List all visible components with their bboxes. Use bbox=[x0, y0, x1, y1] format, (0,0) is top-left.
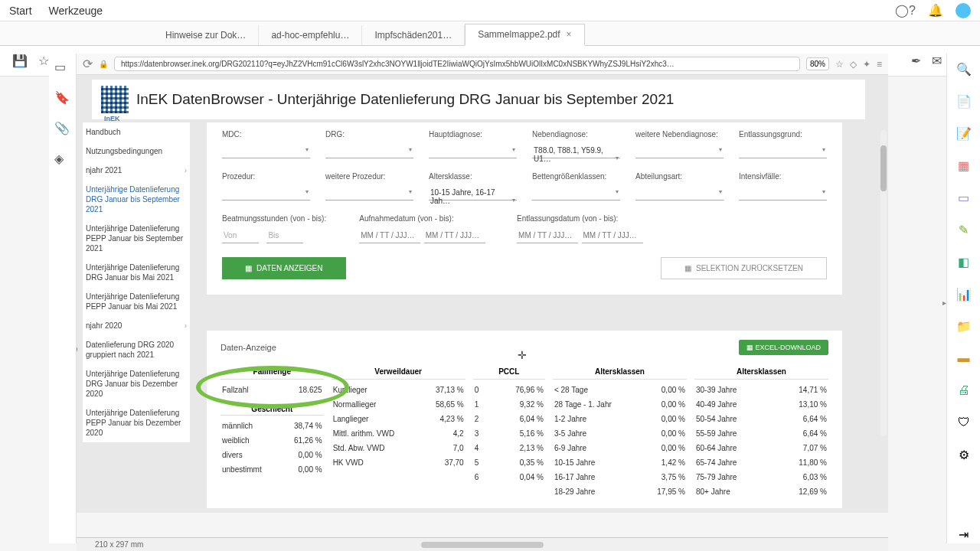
nav-back-icon[interactable]: ⟳ bbox=[83, 57, 93, 71]
right-collapse-handle[interactable]: ▸ bbox=[942, 298, 946, 307]
sparkle-icon[interactable]: ✦ bbox=[863, 59, 871, 70]
filter-dropdown[interactable] bbox=[739, 185, 827, 201]
table-row: 60-64 Jahre7,07 % bbox=[694, 441, 828, 455]
right-panel-toolbar: 🔍 📄 📝 ▦ ▭ ✎ ◧ 📊 📁 ▬ 🖨 🛡 ⚙ ⇥ bbox=[946, 54, 980, 543]
filter-dropdown[interactable]: 10-15 Jahre, 16-17 Jah… bbox=[429, 185, 517, 201]
attachment-icon[interactable]: 📎 bbox=[54, 121, 71, 138]
filter-dropdown[interactable] bbox=[532, 185, 620, 201]
bookmark-star-icon[interactable]: ☆ bbox=[835, 59, 844, 70]
more-tools-icon[interactable]: ◧ bbox=[955, 253, 973, 271]
layers-icon[interactable]: ◈ bbox=[54, 152, 71, 168]
help-icon[interactable]: ◯? bbox=[895, 3, 916, 18]
signature-icon[interactable]: ✒ bbox=[911, 54, 921, 68]
menu-tools[interactable]: Werkzeuge bbox=[49, 5, 103, 17]
nav-jahr-2021[interactable]: njahr 2021 bbox=[83, 161, 190, 180]
thumbnails-icon[interactable]: ▭ bbox=[54, 60, 71, 77]
table-row: 1-2 Jahre0,00 % bbox=[553, 412, 687, 426]
organize-icon[interactable]: ▦ bbox=[955, 156, 973, 174]
convert-icon[interactable]: 📊 bbox=[955, 285, 973, 303]
filter-dropdown[interactable] bbox=[222, 185, 310, 201]
document-tabs: Hinweise zur Dok… ad-hoc-empfehlu… Impfs… bbox=[0, 21, 980, 46]
entlassung-von[interactable]: MM / TT / JJJ… bbox=[517, 228, 578, 243]
filter-label: Abteilungsart: bbox=[635, 172, 724, 181]
filter-dropdown[interactable] bbox=[635, 143, 724, 158]
reset-selection-button[interactable]: ▦ SELEKTION ZURÜCKSETZEN bbox=[661, 257, 827, 279]
protect-icon[interactable]: 🛡 bbox=[955, 413, 973, 432]
tab-1[interactable]: ad-hoc-empfehlu… bbox=[259, 25, 362, 45]
edit-pdf-icon[interactable]: 📝 bbox=[955, 124, 973, 142]
nav-drg-dez-2020[interactable]: Unterjährige Datenlieferung DRG Januar b… bbox=[83, 364, 190, 403]
col-alter2: Altersklassen bbox=[694, 364, 828, 380]
zoom-icon[interactable]: 🔍 bbox=[955, 60, 973, 78]
nav-handbuch[interactable]: Handbuch bbox=[83, 122, 190, 142]
nav-pepp-sep-2021[interactable]: Unterjährige Datenlieferung PEPP Januar … bbox=[83, 219, 190, 258]
entlassung-label: Entlassungsdatum (von - bis): bbox=[517, 214, 659, 223]
filter-dropdown[interactable] bbox=[222, 143, 310, 158]
star-icon[interactable]: ☆ bbox=[38, 54, 49, 68]
compress-icon[interactable]: ▬ bbox=[955, 349, 973, 367]
table-row: 19,32 % bbox=[473, 397, 545, 412]
table-row: 60,04 % bbox=[473, 470, 545, 484]
combine-icon[interactable]: 📁 bbox=[955, 317, 973, 335]
filter-dropdown[interactable] bbox=[739, 143, 827, 158]
table-row: 30-39 Jahre14,71 % bbox=[694, 383, 828, 397]
tab-3[interactable]: Sammelmappe2.pdf× bbox=[465, 24, 584, 46]
inek-logo-text: InEK bbox=[104, 115, 120, 122]
filter-dropdown[interactable]: T88.0, T88.1, Y59.9, U1… bbox=[532, 143, 620, 158]
content-scrollbar[interactable] bbox=[880, 130, 887, 436]
nav-drg-sep-2021[interactable]: Unterjährige Datenlieferung DRG Januar b… bbox=[83, 180, 190, 219]
nav-pepp-mai-2021[interactable]: Unterjährige Datenlieferung PEPP Januar … bbox=[83, 287, 190, 316]
table-row: 076,96 % bbox=[473, 383, 545, 397]
filter-dropdown[interactable] bbox=[635, 185, 724, 201]
table-row: 65-74 Jahre11,80 % bbox=[694, 455, 828, 470]
zoom-level[interactable]: 80% bbox=[806, 57, 829, 70]
comment-tool-icon[interactable]: ▭ bbox=[955, 188, 973, 207]
bell-icon[interactable]: 🔔 bbox=[928, 3, 943, 18]
tab-0[interactable]: Hinweise zur Dok… bbox=[153, 25, 259, 45]
table-row: 28 Tage - 1. Jahr0,00 % bbox=[553, 397, 687, 412]
nav-drg-mai-2021[interactable]: Unterjährige Datenlieferung DRG Januar b… bbox=[83, 258, 190, 287]
close-icon[interactable]: × bbox=[567, 29, 572, 40]
table-row: 40-49 Jahre13,10 % bbox=[694, 397, 828, 412]
expand-icon[interactable]: ⇥ bbox=[955, 525, 973, 543]
hamburger-icon[interactable]: ≡ bbox=[877, 59, 882, 70]
beatmung-von[interactable]: Von bbox=[222, 228, 259, 243]
url-bar[interactable]: https://datenbrowser.inek.org/DRG202110?… bbox=[114, 57, 800, 71]
entlassung-bis[interactable]: MM / TT / JJJ… bbox=[582, 228, 643, 243]
filter-dropdown[interactable] bbox=[325, 185, 413, 201]
save-icon[interactable]: 💾 bbox=[12, 54, 28, 68]
nav-jahr-2020[interactable]: njahr 2020 bbox=[83, 316, 190, 335]
export-pdf-icon[interactable]: 📄 bbox=[955, 92, 973, 110]
mail-icon[interactable]: ✉ bbox=[932, 54, 942, 68]
horizontal-scrollbar[interactable] bbox=[421, 542, 544, 548]
settings-icon[interactable]: ⚙ bbox=[955, 445, 973, 464]
bookmark-icon[interactable]: 🔖 bbox=[54, 90, 71, 107]
menu-start[interactable]: Start bbox=[9, 5, 32, 17]
nav-nutzung[interactable]: Nutzungsbedingungen bbox=[83, 142, 190, 161]
left-collapse-handle[interactable]: ◂ bbox=[77, 344, 77, 353]
table-row: Normallieger58,65 % bbox=[332, 397, 466, 412]
beatmung-bis[interactable]: Bis bbox=[266, 228, 303, 243]
filter-dropdown[interactable] bbox=[325, 143, 413, 158]
show-data-button[interactable]: ▦ DATEN ANZEIGEN bbox=[222, 257, 346, 279]
col-fallmenge: Fallmenge bbox=[220, 364, 324, 380]
shield-icon[interactable]: ◇ bbox=[850, 59, 857, 70]
table-row: 42,13 % bbox=[473, 441, 545, 455]
filter-dropdown[interactable] bbox=[429, 143, 517, 158]
lock-icon: 🔒 bbox=[99, 60, 108, 68]
aufnahme-von[interactable]: MM / TT / JJJ… bbox=[359, 228, 420, 243]
fill-sign-icon[interactable]: ✎ bbox=[955, 220, 973, 239]
avatar[interactable] bbox=[956, 3, 971, 18]
table-row: Std. Abw. VWD7,0 bbox=[332, 441, 466, 455]
aufnahme-bis[interactable]: MM / TT / JJJ… bbox=[424, 228, 485, 243]
beatmung-label: Beatmungsstunden (von - bis): bbox=[222, 214, 344, 223]
excel-download-button[interactable]: ▦ EXCEL-DOWNLOAD bbox=[739, 340, 828, 355]
page-dimensions: 210 x 297 mm bbox=[95, 540, 143, 549]
table-row: 55-59 Jahre6,64 % bbox=[694, 426, 828, 441]
redact-icon[interactable]: 🖨 bbox=[955, 381, 973, 399]
nav-pepp-dez-2020[interactable]: Unterjährige Datenlieferung PEPP Januar … bbox=[83, 403, 190, 442]
table-row: Langlieger4,23 % bbox=[332, 412, 466, 426]
col-pccl: PCCL bbox=[473, 364, 545, 380]
nav-drg-2020[interactable]: Datenlieferung DRG 2020 gruppiert nach 2… bbox=[83, 335, 190, 364]
tab-2[interactable]: Impfschäden201… bbox=[362, 25, 465, 45]
